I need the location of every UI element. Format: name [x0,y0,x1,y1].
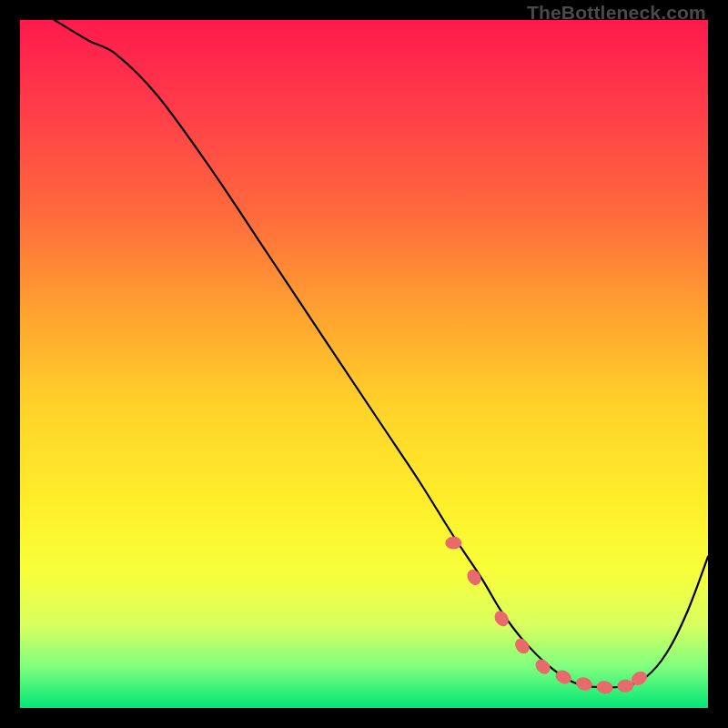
chart-curve [55,20,708,688]
marker-dot [553,668,573,687]
marker-dot [574,675,593,693]
marker-dot [445,537,461,550]
watermark-text: TheBottleneck.com [527,2,706,24]
chart-frame: TheBottleneck.com [0,0,728,728]
marker-dot [617,679,634,693]
line-chart-svg [20,20,708,708]
plot-area [20,20,708,708]
marker-dot [596,680,614,695]
marker-group [445,537,649,695]
marker-dot [491,608,511,629]
